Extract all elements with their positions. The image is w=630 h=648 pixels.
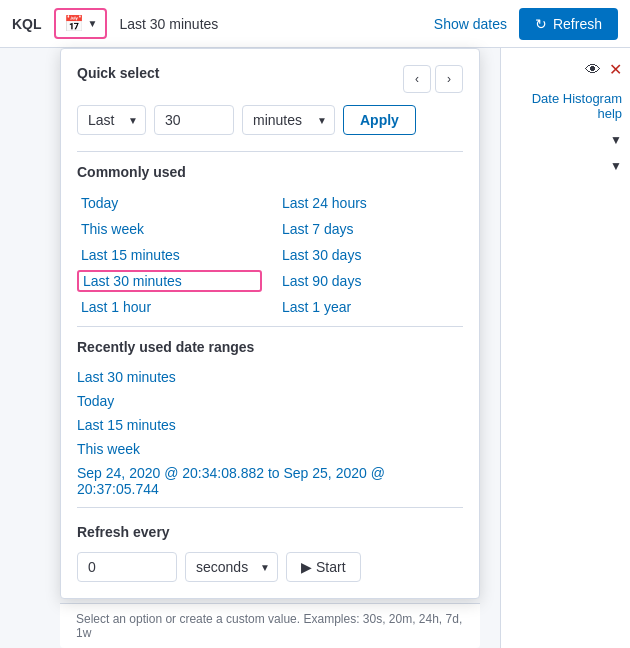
start-play-icon: ▶ (301, 559, 312, 575)
dropdown-chevron-icon: ▼ (88, 18, 98, 29)
bottom-hint: Select an option or create a custom valu… (60, 603, 480, 648)
common-link-1y[interactable]: Last 1 year (278, 296, 463, 318)
time-display: Last 30 minutes (115, 16, 433, 32)
refresh-every-section: Refresh every seconds minutes hours ▼ ▶ … (77, 524, 463, 582)
right-panel-chevron-down-icon[interactable]: ▼ (509, 133, 622, 147)
time-picker-dropdown: Quick select ‹ › Last Next ▼ seconds min… (60, 48, 480, 599)
common-link-30m[interactable]: Last 30 minutes (77, 270, 262, 292)
refresh-every-title: Refresh every (77, 524, 463, 540)
refresh-icon: ↻ (535, 16, 547, 32)
calendar-icon: 📅 (64, 14, 84, 33)
quick-select-title: Quick select (77, 65, 160, 81)
refresh-period-select-wrapper: seconds minutes hours ▼ (185, 552, 278, 582)
refresh-button[interactable]: ↻ Refresh (519, 8, 618, 40)
refresh-button-label: Refresh (553, 16, 602, 32)
quick-select-number-input[interactable] (154, 105, 234, 135)
period-select-wrapper: seconds minutes hours days weeks months … (242, 105, 335, 135)
quick-select-nav: ‹ › (403, 65, 463, 93)
prev-arrow-button[interactable]: ‹ (403, 65, 431, 93)
recent-link-15m[interactable]: Last 15 minutes (77, 415, 463, 435)
start-button-label: Start (316, 559, 346, 575)
common-link-1h[interactable]: Last 1 hour (77, 296, 262, 318)
refresh-period-select[interactable]: seconds minutes hours (185, 552, 278, 582)
kql-label: KQL (12, 16, 42, 32)
date-histogram-help-label[interactable]: Date Histogram help (509, 91, 622, 121)
close-icon[interactable]: ✕ (609, 60, 622, 79)
common-link-30d[interactable]: Last 30 days (278, 244, 463, 266)
quick-select-row: Last Next ▼ seconds minutes hours days w… (77, 105, 463, 135)
recently-used-title: Recently used date ranges (77, 339, 463, 355)
recent-link-this-week[interactable]: This week (77, 439, 463, 459)
right-panel-actions: 👁 ✕ (509, 60, 622, 79)
right-panel: 👁 ✕ Date Histogram help ▼ ▼ (500, 48, 630, 648)
refresh-number-input[interactable] (77, 552, 177, 582)
topbar: KQL 📅 ▼ Last 30 minutes Show dates ↻ Ref… (0, 0, 630, 48)
period-select[interactable]: seconds minutes hours days weeks months … (242, 105, 335, 135)
common-link-90d[interactable]: Last 90 days (278, 270, 463, 292)
eye-icon[interactable]: 👁 (585, 61, 601, 79)
apply-button[interactable]: Apply (343, 105, 416, 135)
show-dates-button[interactable]: Show dates (434, 16, 507, 32)
quick-select-header: Quick select ‹ › (77, 65, 463, 93)
next-arrow-button[interactable]: › (435, 65, 463, 93)
recent-link-custom-range[interactable]: Sep 24, 2020 @ 20:34:08.882 to Sep 25, 2… (77, 463, 463, 499)
recently-used-section: Recently used date ranges Last 30 minute… (77, 339, 463, 499)
unit-select[interactable]: Last Next (77, 105, 146, 135)
common-link-24h[interactable]: Last 24 hours (278, 192, 463, 214)
right-panel-chevron-down-icon-2[interactable]: ▼ (509, 159, 622, 173)
common-link-today[interactable]: Today (77, 192, 262, 214)
commonly-used-title: Commonly used (77, 164, 463, 180)
divider-2 (77, 326, 463, 327)
refresh-every-row: seconds minutes hours ▼ ▶ Start (77, 552, 463, 582)
unit-select-wrapper: Last Next ▼ (77, 105, 146, 135)
divider-1 (77, 151, 463, 152)
common-link-this-week[interactable]: This week (77, 218, 262, 240)
bottom-hint-text: Select an option or create a custom valu… (76, 612, 462, 640)
recent-link-today[interactable]: Today (77, 391, 463, 411)
recently-used-list: Last 30 minutes Today Last 15 minutes Th… (77, 367, 463, 499)
common-link-7d[interactable]: Last 7 days (278, 218, 463, 240)
divider-3 (77, 507, 463, 508)
commonly-used-grid: Today Last 24 hours This week Last 7 day… (77, 192, 463, 318)
recent-link-30m[interactable]: Last 30 minutes (77, 367, 463, 387)
time-picker-button[interactable]: 📅 ▼ (54, 8, 108, 39)
common-link-15m[interactable]: Last 15 minutes (77, 244, 262, 266)
start-button[interactable]: ▶ Start (286, 552, 361, 582)
